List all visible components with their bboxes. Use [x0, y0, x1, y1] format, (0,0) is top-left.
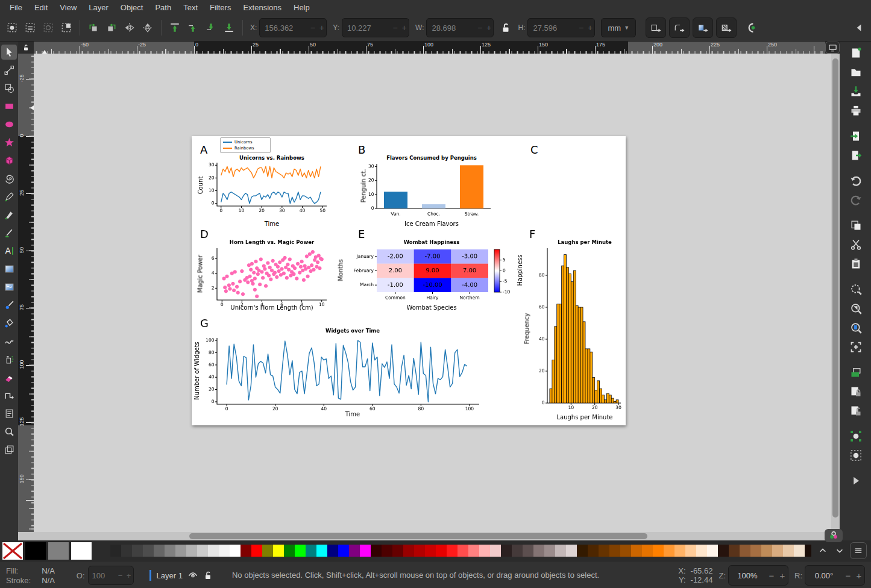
chart-e-colorbar-label[interactable]: Happiness	[517, 249, 523, 292]
menu-file[interactable]: File	[4, 1, 28, 14]
calligraphy-tool[interactable]	[1, 207, 17, 222]
palette-swatch[interactable]	[360, 545, 371, 557]
palette-swatch[interactable]	[403, 545, 414, 557]
palette-swatch[interactable]	[143, 545, 154, 557]
palette-swatch[interactable]	[251, 545, 262, 557]
palette-swatch[interactable]	[392, 545, 403, 557]
palette-swatch[interactable]	[566, 545, 577, 557]
star-tool[interactable]	[1, 135, 17, 150]
display-mode-button[interactable]	[825, 42, 840, 54]
palette-swatch[interactable]	[490, 545, 501, 557]
palette-swatch[interactable]	[121, 545, 132, 557]
color-managed-display-button[interactable]	[825, 529, 843, 542]
vertical-scrollbar-thumb[interactable]	[832, 58, 838, 518]
select-all-layers-button[interactable]	[22, 19, 39, 36]
lower-button[interactable]	[203, 19, 219, 36]
palette-swatch[interactable]	[599, 545, 609, 557]
opacity-value[interactable]: 100	[89, 571, 116, 580]
lock-ratio-toggle[interactable]	[497, 19, 514, 36]
vertical-scrollbar[interactable]	[831, 54, 840, 532]
palette-swatch[interactable]	[316, 545, 327, 557]
opacity-increment-button[interactable]: +	[125, 571, 133, 580]
panel-letter-e[interactable]: E	[358, 228, 365, 240]
chart-d-xlabel[interactable]: Unicorn's Horn Length (cm)	[200, 304, 344, 311]
current-layer-button[interactable]: Layer 1	[157, 571, 183, 580]
menu-path[interactable]: Path	[149, 1, 177, 14]
pencil-tool[interactable]	[1, 189, 17, 204]
palette-swatch[interactable]	[642, 545, 653, 557]
y-value[interactable]: 10.227	[342, 23, 391, 33]
palette-swatch[interactable]	[707, 545, 718, 557]
chart-a-xlabel[interactable]: Time	[224, 220, 320, 227]
palette-swatch[interactable]	[197, 545, 208, 557]
select-all-button[interactable]	[4, 19, 20, 36]
x-value[interactable]: 156.362	[260, 23, 308, 33]
chart-g-xlabel[interactable]: Time	[292, 411, 413, 418]
select-touch-button[interactable]	[846, 446, 866, 464]
palette-swatch[interactable]	[653, 545, 664, 557]
unlock-object-button[interactable]	[846, 402, 866, 419]
palette-swatch[interactable]	[555, 545, 566, 557]
open-document-button[interactable]	[846, 63, 866, 81]
import-image-button[interactable]	[846, 127, 866, 145]
zoom-value[interactable]: 100%	[729, 571, 766, 580]
w-value[interactable]: 28.698	[427, 23, 475, 33]
palette-swatch[interactable]	[371, 545, 382, 557]
palette-swatch[interactable]	[284, 545, 295, 557]
node-editor-tool[interactable]	[1, 63, 17, 78]
chart-a-canvas[interactable]	[200, 160, 333, 220]
chart-e-xlabel[interactable]: Wombat Species	[371, 304, 492, 311]
y-decrement-button[interactable]: −	[391, 23, 400, 33]
snap-toggle[interactable]	[743, 19, 759, 36]
palette-menu-button[interactable]	[850, 542, 867, 559]
palette-swatch[interactable]	[132, 545, 143, 557]
palette-scroll-up-button[interactable]	[816, 544, 829, 557]
text-tool[interactable]	[1, 243, 17, 258]
spiral-tool[interactable]	[1, 171, 17, 186]
h-value[interactable]: 27.596	[528, 23, 576, 33]
palette-swatch[interactable]	[295, 545, 306, 557]
palette-swatch[interactable]	[620, 545, 631, 557]
raise-to-top-button[interactable]	[166, 19, 183, 36]
selector-tool[interactable]	[1, 45, 17, 60]
x-input[interactable]: 156.362 − +	[259, 18, 327, 37]
palette-swatch[interactable]	[349, 545, 360, 557]
palette-swatch[interactable]	[219, 545, 230, 557]
palette-swatch[interactable]	[306, 545, 316, 557]
palette-swatch[interactable]	[609, 545, 620, 557]
y-increment-button[interactable]: +	[400, 23, 409, 33]
zoom-tool[interactable]	[1, 424, 17, 439]
w-increment-button[interactable]: +	[484, 23, 493, 33]
zoom-decrement-button[interactable]: −	[766, 571, 777, 581]
palette-scroll-down-button[interactable]	[833, 544, 846, 557]
no-color-swatch[interactable]	[2, 542, 24, 560]
palette-swatch[interactable]	[241, 545, 251, 557]
palette-swatch[interactable]	[674, 545, 685, 557]
panel-expand-button[interactable]	[846, 472, 866, 489]
rotation-decrement-button[interactable]: −	[843, 571, 854, 581]
palette-swatch[interactable]	[414, 545, 425, 557]
palette-swatch[interactable]	[772, 545, 783, 557]
opacity-decrement-button[interactable]: −	[116, 571, 125, 580]
palette-swatch[interactable]	[468, 545, 479, 557]
menu-edit[interactable]: Edit	[28, 1, 54, 14]
scale-pattern-toggle-button[interactable]	[716, 17, 737, 38]
h-increment-button[interactable]: +	[585, 23, 594, 33]
horizontal-scrollbar[interactable]	[18, 532, 840, 540]
scale-gradient-toggle-button[interactable]	[693, 17, 713, 38]
menu-object[interactable]: Object	[115, 1, 149, 14]
flip-vertical-button[interactable]	[139, 19, 156, 36]
save-document-button[interactable]	[846, 83, 866, 100]
drawing-canvas[interactable]: UnicornsRainbows A Unicorns vs. Rainbows…	[34, 54, 831, 532]
palette-swatch[interactable]	[338, 545, 349, 557]
palette-big-swatch[interactable]	[25, 542, 46, 560]
panel-letter-c[interactable]: C	[530, 143, 538, 156]
vertical-ruler[interactable]: -250255075100125150	[18, 54, 34, 532]
measure-tool[interactable]	[1, 442, 17, 457]
box3d-tool[interactable]	[1, 153, 17, 168]
scale-stroke-toggle-button[interactable]	[646, 17, 666, 38]
palette-swatch[interactable]	[110, 545, 121, 557]
palette-swatch[interactable]	[262, 545, 273, 557]
shape-builder-tool[interactable]	[1, 81, 17, 96]
menu-extensions[interactable]: Extensions	[237, 1, 288, 14]
